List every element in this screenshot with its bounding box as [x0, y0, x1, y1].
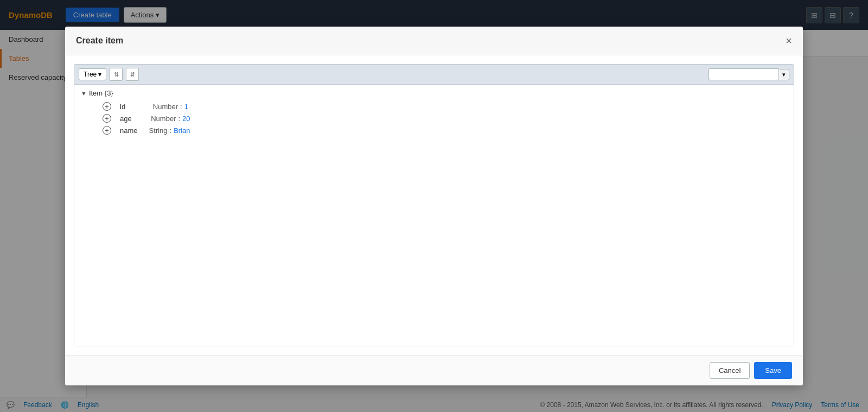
tree-root-label: Item {3}	[89, 89, 113, 97]
tree-search-input[interactable]	[709, 68, 779, 80]
modal-close-button[interactable]: ×	[786, 35, 792, 46]
attr-colon-age: :	[178, 115, 180, 123]
attr-type-name: String	[147, 126, 168, 135]
attr-name-id: id	[120, 103, 147, 111]
tree-row-age: + age Number : 20	[103, 112, 787, 124]
tree-view-chevron-icon: ▾	[98, 71, 101, 78]
cancel-button[interactable]: Cancel	[710, 362, 750, 379]
tree-editor: Tree ▾ ⇅ ⇵ ▾ ▼ Item {3}	[74, 64, 794, 346]
attr-value-id[interactable]: 1	[184, 103, 188, 111]
modal-footer: Cancel Save	[65, 355, 803, 385]
save-button[interactable]: Save	[754, 362, 792, 379]
modal-title: Create item	[76, 36, 123, 46]
add-attribute-id-button[interactable]: +	[103, 102, 111, 111]
attr-value-age[interactable]: 20	[182, 115, 190, 123]
attr-colon-id: :	[180, 103, 182, 111]
tree-view-button[interactable]: Tree ▾	[79, 68, 106, 80]
collapse-icon[interactable]: ⇵	[126, 68, 139, 81]
add-attribute-age-button[interactable]: +	[103, 114, 111, 123]
add-attribute-name-button[interactable]: +	[103, 126, 111, 135]
tree-content: ▼ Item {3} + id Number : 1 + age	[74, 85, 794, 346]
attr-type-id: Number	[147, 103, 178, 111]
attr-colon-name: :	[170, 126, 172, 135]
tree-view-label: Tree	[84, 71, 97, 78]
tree-root-arrow: ▼	[81, 90, 87, 97]
attr-name-age: age	[120, 115, 147, 123]
create-item-modal: Create item × Tree ▾ ⇅ ⇵ ▾	[65, 27, 803, 385]
attr-value-name[interactable]: Brian	[174, 126, 190, 135]
tree-search: ▾	[709, 68, 789, 80]
attr-type-age: Number	[147, 115, 176, 123]
tree-root-item: ▼ Item {3}	[81, 89, 787, 97]
tree-row-name: + name String : Brian	[103, 124, 787, 136]
modal-header: Create item ×	[65, 27, 803, 55]
modal-overlay: Create item × Tree ▾ ⇅ ⇵ ▾	[0, 0, 868, 412]
attr-name-name: name	[120, 126, 147, 135]
tree-toolbar: Tree ▾ ⇅ ⇵ ▾	[74, 65, 794, 85]
modal-body: Tree ▾ ⇅ ⇵ ▾ ▼ Item {3}	[65, 55, 803, 355]
tree-search-button[interactable]: ▾	[779, 69, 789, 80]
tree-row-id: + id Number : 1	[103, 100, 787, 112]
expand-icon[interactable]: ⇅	[110, 68, 123, 81]
